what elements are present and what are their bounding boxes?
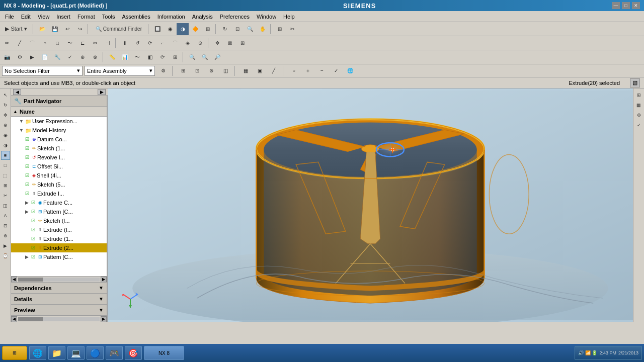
extrude-btn[interactable]: ⬆ bbox=[119, 37, 131, 49]
sync-btn[interactable]: ⟳ bbox=[156, 51, 169, 63]
tree-item-feature-c[interactable]: ▶ ☑ ◉ Feature C... bbox=[11, 198, 107, 207]
panel-collapse-right-btn[interactable]: ▶ bbox=[98, 89, 106, 95]
tree-item-extrude-1[interactable]: ☑ ⬆ Extrude (1... bbox=[11, 234, 107, 243]
studio-btn[interactable]: ⊡ bbox=[1, 221, 10, 230]
details-panel-header[interactable]: Details ▼ bbox=[11, 294, 107, 305]
snap-btn[interactable]: 🔲 bbox=[151, 23, 164, 35]
rotate-view-btn[interactable]: ↻ bbox=[1, 101, 10, 110]
filter-settings-btn[interactable]: ⚙ bbox=[157, 65, 169, 77]
motion-btn[interactable]: ▶ bbox=[1, 241, 10, 250]
tree-item-extrude-i1[interactable]: ☑ ⬆ Extrude (I... bbox=[11, 225, 107, 234]
scroll-right-btn2[interactable]: ▶ bbox=[101, 316, 107, 322]
rect-btn[interactable]: □ bbox=[51, 37, 63, 49]
tree-item-pattern-c1[interactable]: ▶ ☑ ⊞ Pattern [C... bbox=[11, 207, 107, 216]
spline-btn[interactable]: 〜 bbox=[64, 37, 76, 49]
offset-btn[interactable]: ⊏ bbox=[76, 37, 89, 49]
menu-information[interactable]: Information bbox=[154, 13, 188, 21]
tree-item-shell[interactable]: ☑ ◈ Shell (4i... bbox=[11, 171, 107, 180]
scroll-thumb[interactable] bbox=[18, 278, 43, 282]
shell-btn[interactable]: ◈ bbox=[182, 37, 194, 49]
minimize-button[interactable]: — bbox=[612, 2, 620, 9]
layer-btn[interactable]: ◫ bbox=[219, 65, 231, 77]
render-btn[interactable]: 🔶 bbox=[189, 23, 201, 35]
scroll-right-btn[interactable]: ▶ bbox=[101, 277, 107, 283]
save-btn[interactable]: 💾 bbox=[49, 23, 61, 35]
tree-item-extrude-20[interactable]: ☑ ⬆ Extrude (2... bbox=[11, 243, 107, 252]
wcs-btn[interactable]: ⊗ bbox=[89, 51, 101, 63]
taskbar-ie-btn[interactable]: 🌐 bbox=[29, 346, 46, 360]
menu-assemblies[interactable]: Assemblies bbox=[119, 13, 153, 21]
adv-btn[interactable]: 🔧 bbox=[51, 51, 63, 63]
check2-btn[interactable]: ✓ bbox=[330, 65, 342, 77]
datum-btn[interactable]: ⊕ bbox=[76, 51, 89, 63]
viewport[interactable] bbox=[108, 88, 633, 322]
view3d-btn[interactable]: ◉ bbox=[1, 131, 10, 140]
start-dropdown[interactable]: ▶ Start ▾ bbox=[1, 23, 31, 35]
line-btn[interactable]: ╱ bbox=[14, 37, 26, 49]
selection-filter-dropdown[interactable]: No Selection Filter ▾ bbox=[2, 66, 83, 76]
move-btn[interactable]: ✥ bbox=[211, 37, 223, 49]
measure-btn[interactable]: 📏 bbox=[106, 51, 118, 63]
sweep-btn[interactable]: ⟳ bbox=[144, 37, 156, 49]
tree-item-user-expr[interactable]: ▼ 📁 User Expression... bbox=[11, 117, 107, 126]
curve-btn[interactable]: 〜 bbox=[131, 51, 143, 63]
close-button[interactable]: ✕ bbox=[632, 2, 640, 9]
select-mode-btn[interactable]: ↖ bbox=[1, 90, 10, 100]
menu-preferences[interactable]: Preferences bbox=[217, 13, 253, 21]
taskbar-explorer-btn[interactable]: 📁 bbox=[48, 346, 65, 360]
open-btn[interactable]: 📂 bbox=[36, 23, 48, 35]
mfg-btn[interactable]: ⚙ bbox=[14, 51, 26, 63]
tree-scrollbar[interactable]: ◀ ▶ bbox=[11, 276, 107, 282]
plus-btn[interactable]: ＋ bbox=[302, 65, 314, 77]
window-controls[interactable]: — □ ✕ bbox=[612, 2, 640, 9]
tree-item-sketch5[interactable]: ☑ ✏ Sketch (5... bbox=[11, 180, 107, 189]
tree-item-revolve[interactable]: ☑ ↺ Revolve I... bbox=[11, 153, 107, 162]
analysis-btn[interactable]: 📊 bbox=[119, 51, 131, 63]
scroll-left-btn2[interactable]: ◀ bbox=[11, 316, 17, 322]
sketch-btn[interactable]: ✏ bbox=[1, 37, 13, 49]
blend-btn[interactable]: ⌐ bbox=[156, 37, 169, 49]
orient-btn[interactable]: ⊞ bbox=[274, 23, 286, 35]
scroll-thumb2[interactable] bbox=[18, 317, 43, 321]
select-btn[interactable]: ⊞ bbox=[202, 23, 214, 35]
snap-mode-btn[interactable]: ⊞ bbox=[177, 65, 189, 77]
zoom2-btn[interactable]: 🔍 bbox=[186, 51, 198, 63]
zoomout-btn[interactable]: 🔎 bbox=[211, 51, 223, 63]
scroll-left-btn[interactable]: ◀ bbox=[11, 277, 17, 283]
dependencies-panel-header[interactable]: Dependencies ▼ bbox=[11, 283, 107, 294]
tree-item-datum[interactable]: ☑ ⊕ Datum Co... bbox=[11, 135, 107, 144]
shade-btn[interactable]: ■ bbox=[1, 151, 10, 160]
grid-btn[interactable]: ⊡ bbox=[191, 65, 203, 77]
undo-btn[interactable]: ↩ bbox=[61, 23, 73, 35]
tree-item-extrude-i[interactable]: ☑ ⬆ Extrude I... bbox=[11, 189, 107, 198]
pattern-btn[interactable]: ⊞ bbox=[236, 37, 249, 49]
menu-help[interactable]: Help bbox=[280, 13, 298, 21]
extend-btn[interactable]: ⊣ bbox=[102, 37, 114, 49]
shading-btn[interactable]: ◑ bbox=[177, 23, 189, 35]
hole-btn[interactable]: ⊙ bbox=[194, 37, 206, 49]
constraint-btn[interactable]: ⊞ bbox=[169, 51, 181, 63]
redo-btn[interactable]: ↪ bbox=[74, 23, 86, 35]
right-btn-3[interactable]: ⚙ bbox=[634, 111, 643, 120]
command-finder-btn[interactable]: 🔍 Command Finder bbox=[91, 23, 146, 35]
taskbar-app-btn[interactable]: 🎯 bbox=[125, 346, 142, 360]
menu-view[interactable]: View bbox=[35, 13, 53, 21]
pan-view-btn[interactable]: ✥ bbox=[1, 111, 10, 120]
hidden-btn[interactable]: ⬚ bbox=[1, 171, 10, 180]
menu-file[interactable]: File bbox=[2, 13, 17, 21]
sort-icon[interactable]: ▲ bbox=[13, 109, 18, 114]
bottom-scrollbar[interactable]: ◀ ▶ bbox=[11, 316, 107, 322]
taskbar-cmd-btn[interactable]: 💻 bbox=[67, 346, 85, 360]
tree-item-offset[interactable]: ☑ ⊏ Offset Si... bbox=[11, 162, 107, 171]
sim-btn[interactable]: ▶ bbox=[26, 51, 38, 63]
tree-item-sketch-i1[interactable]: ☑ ✏ Sketch (I... bbox=[11, 216, 107, 225]
anno-btn[interactable]: A bbox=[1, 211, 10, 220]
time-btn[interactable]: ⌚ bbox=[1, 251, 10, 260]
constraint2-btn[interactable]: ╱ bbox=[268, 65, 280, 77]
view-btn[interactable]: ◉ bbox=[164, 23, 176, 35]
menu-edit[interactable]: Edit bbox=[18, 13, 34, 21]
arc-btn[interactable]: ⌒ bbox=[26, 37, 38, 49]
preview-panel-header[interactable]: Preview ▼ bbox=[11, 305, 107, 316]
right-btn-1[interactable]: ⊞ bbox=[634, 90, 643, 100]
wire-btn[interactable]: ⊞ bbox=[1, 181, 10, 190]
